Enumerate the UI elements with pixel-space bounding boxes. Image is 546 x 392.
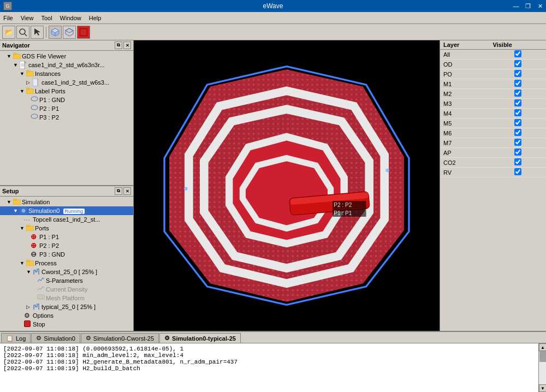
log-content[interactable]: [2022-09-07 11:08:18] (0.000693592,1.618… xyxy=(0,343,538,392)
setup-ports[interactable]: ▼ Ports xyxy=(0,224,133,233)
setup-sim-p2[interactable]: ⊕ P2 : P2 xyxy=(0,241,133,250)
3d-box-button[interactable] xyxy=(49,26,62,39)
setup-cworst[interactable]: ▼ Cworst_25_0 [ 25% ] xyxy=(0,268,133,276)
nav-case-file[interactable]: ▼ case1_ind_2_std_w6s3n3r... xyxy=(0,61,133,69)
setup-stop[interactable]: Stop xyxy=(0,320,133,329)
setup-controls: ⧉ ✕ xyxy=(115,187,131,195)
scroll-up-button[interactable]: ▲ xyxy=(539,343,546,351)
setup-current-density[interactable]: Current Density xyxy=(0,285,133,294)
nav-gds-root[interactable]: ▼ GDS File Viewer xyxy=(0,52,133,61)
minimize-button[interactable]: — xyxy=(510,0,522,12)
layer-row[interactable]: CO2 xyxy=(440,158,546,168)
setup-sim-p3[interactable]: ⊖ P3 : GND xyxy=(0,250,133,259)
setup-options[interactable]: ⚙ Options xyxy=(0,311,133,320)
setup-sparams[interactable]: S-Parameters xyxy=(0,276,133,285)
menu-bar: File View Tool Window Help xyxy=(0,12,546,24)
setup-sim-root[interactable]: ▼ Simulation xyxy=(0,198,133,206)
nav-port-p1[interactable]: P1 : GND xyxy=(0,96,133,104)
navigator-close-button[interactable]: ✕ xyxy=(123,41,131,49)
nav-port-p3[interactable]: P3 : P2 xyxy=(0,113,133,122)
scroll-down-button[interactable]: ▼ xyxy=(539,384,546,392)
layer-visible-checkbox[interactable] xyxy=(514,109,521,116)
nav-instances[interactable]: ▼ Instances xyxy=(0,69,133,78)
layer-visible-checkbox[interactable] xyxy=(514,70,521,77)
viewport[interactable]: P2 : P2 P1 : P1 xyxy=(134,40,440,331)
layer-name: PO xyxy=(440,69,490,79)
setup-close-button[interactable]: ✕ xyxy=(123,187,131,195)
layer-name: OD xyxy=(440,60,490,69)
setup-topcell[interactable]: Topcell case1_ind_2_st... xyxy=(0,215,133,224)
layer-row[interactable]: RV xyxy=(440,168,546,177)
svg-rect-8 xyxy=(13,54,21,59)
layer-visible-cell xyxy=(490,148,546,158)
scroll-thumb[interactable] xyxy=(539,351,546,362)
layer-visible-cell xyxy=(490,118,546,128)
layer-name: M2 xyxy=(440,89,490,99)
layer-name: RV xyxy=(440,168,490,177)
nav-label-ports[interactable]: ▼ Label Ports xyxy=(0,87,133,96)
tab-typical[interactable]: ⚙ Simulation0-typical-25 xyxy=(159,333,241,343)
layer-row[interactable]: M3 xyxy=(440,99,546,109)
navigator-float-button[interactable]: ⧉ xyxy=(115,41,122,49)
tab-sim0-label: Simulation0 xyxy=(44,335,75,342)
layer-row[interactable]: M2 xyxy=(440,89,546,99)
layer-visible-checkbox[interactable] xyxy=(514,80,521,87)
scroll-track[interactable] xyxy=(539,351,546,384)
layer-visible-checkbox[interactable] xyxy=(514,168,521,175)
layer-row[interactable]: All xyxy=(440,50,546,60)
left-panel: Navigator ⧉ ✕ ▼ GDS File Viewer xyxy=(0,40,134,331)
layer-visible-checkbox[interactable] xyxy=(514,158,521,165)
stop-render-button[interactable] xyxy=(77,26,90,39)
layer-row[interactable]: M7 xyxy=(440,138,546,148)
setup-process[interactable]: ▼ Process xyxy=(0,259,133,268)
layer-row[interactable]: M6 xyxy=(440,128,546,138)
layer-visible-checkbox[interactable] xyxy=(514,139,521,146)
layer-visible-checkbox[interactable] xyxy=(514,129,521,136)
pointer-button[interactable] xyxy=(31,26,44,39)
cworst-icon: ⚙ xyxy=(86,335,91,342)
setup-sim0[interactable]: ▼ Simulation0 Running xyxy=(0,206,133,215)
setup-sim-p1[interactable]: ⊕ P1 : P1 xyxy=(0,233,133,241)
layer-name: M7 xyxy=(440,138,490,148)
layer-row[interactable]: M5 xyxy=(440,118,546,128)
zoom-button[interactable] xyxy=(16,26,29,39)
setup-float-button[interactable]: ⧉ xyxy=(115,187,122,195)
layer-visible-checkbox[interactable] xyxy=(514,90,521,97)
restore-button[interactable]: ❐ xyxy=(522,0,534,12)
setup-typical[interactable]: ▷ typical_25_0 [ 25% ] xyxy=(0,302,133,311)
menu-tool[interactable]: Tool xyxy=(38,14,55,22)
layer-visible-checkbox[interactable] xyxy=(514,60,521,67)
setup-mesh-platform[interactable]: Mesh Platform xyxy=(0,294,133,302)
layer-visible-checkbox[interactable] xyxy=(514,119,521,126)
svg-rect-30 xyxy=(26,261,34,266)
layer-row[interactable]: PO xyxy=(440,69,546,79)
visible-col-header: Visible xyxy=(490,40,546,50)
navigator-tree: ▼ GDS File Viewer ▼ case1_ind_2_std_w6s3… xyxy=(0,51,133,183)
log-line-3: [2022-09-07 11:08:19] H2_build_D_batch xyxy=(3,365,535,372)
nav-instance-item[interactable]: ▷ case1_ind_2_std_w6s3... xyxy=(0,78,133,87)
svg-rect-15 xyxy=(26,72,34,76)
layer-visible-checkbox[interactable] xyxy=(514,99,521,106)
tab-sim0[interactable]: ⚙ Simulation0 xyxy=(31,333,80,343)
layer-row[interactable]: AP xyxy=(440,148,546,158)
layer-col-header: Layer xyxy=(440,40,490,50)
layer-row[interactable]: OD xyxy=(440,60,546,69)
menu-window[interactable]: Window xyxy=(57,14,85,22)
layer-name: AP xyxy=(440,148,490,158)
menu-view[interactable]: View xyxy=(17,14,37,22)
menu-file[interactable]: File xyxy=(0,14,16,22)
tab-log[interactable]: 📋 Log xyxy=(1,333,31,343)
menu-help[interactable]: Help xyxy=(86,14,105,22)
nav-port-p2[interactable]: P2 : P1 xyxy=(0,104,133,113)
layer-row[interactable]: M4 xyxy=(440,109,546,118)
layer-visible-checkbox[interactable] xyxy=(514,50,521,57)
layer-visible-checkbox[interactable] xyxy=(514,149,521,156)
app-title: eWave xyxy=(263,2,283,10)
open-button[interactable]: 📂 xyxy=(2,26,15,39)
rotate-button[interactable] xyxy=(63,26,76,39)
tab-cworst[interactable]: ⚙ Simulation0-Cworst-25 xyxy=(81,333,159,343)
layer-visible-cell xyxy=(490,158,546,168)
layer-row[interactable]: M1 xyxy=(440,79,546,89)
close-button[interactable]: ✕ xyxy=(534,0,546,12)
layer-visible-cell xyxy=(490,138,546,148)
